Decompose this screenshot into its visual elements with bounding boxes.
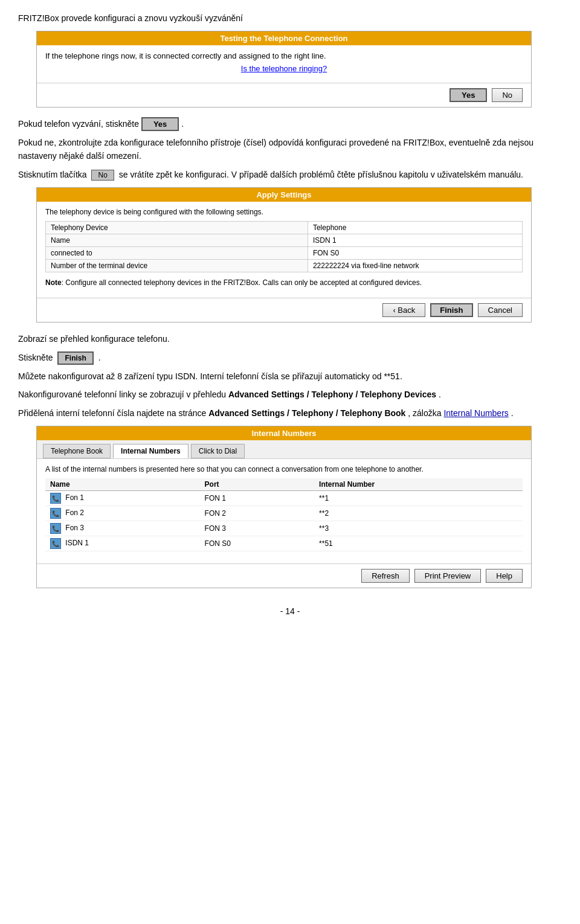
port-cell: FON 3 <box>200 521 315 536</box>
settings-label: Number of the terminal device <box>46 260 308 272</box>
phone-icon: 📞 <box>50 508 61 519</box>
table-column-header: Internal Number <box>314 478 523 491</box>
back-button[interactable]: ‹ Back <box>382 303 425 317</box>
internal-numbers-table: NamePortInternal Number 📞 Fon 1 FON 1 **… <box>45 478 523 551</box>
internal-number-cell: **3 <box>314 521 523 536</box>
table-row: 📞 ISDN 1 FON S0 **51 <box>45 536 523 551</box>
port-cell: FON 2 <box>200 506 315 521</box>
device-name-cell: 📞 Fon 1 <box>45 491 200 506</box>
table-column-header: Port <box>200 478 315 491</box>
port-cell: FON S0 <box>200 536 315 551</box>
internal-numbers-header: Internal Numbers <box>37 426 531 440</box>
tab-bar: Telephone BookInternal NumbersClick to D… <box>37 440 531 459</box>
device-name-cell: 📞 Fon 2 <box>45 506 200 521</box>
settings-label: Name <box>46 234 308 247</box>
apply-settings-box: Apply Settings The telephony device is b… <box>36 187 532 322</box>
phone-icon: 📞 <box>50 538 61 549</box>
settings-value: Telephone <box>308 222 522 234</box>
yes-button[interactable]: Yes <box>450 88 487 102</box>
internal-numbers-footer: Refresh Print Preview Help <box>37 563 531 588</box>
advanced-settings-link[interactable]: Advanced Settings / Telephony / Telephon… <box>228 390 436 399</box>
table-row: 📞 Fon 2 FON 2 **2 <box>45 506 523 521</box>
intro-line1: FRITZ!Box provede konfiguraci a znovu vy… <box>18 12 562 25</box>
testing-box-footer: Yes No <box>37 83 531 107</box>
internal-numbers-box: Internal Numbers Telephone BookInternal … <box>36 426 532 588</box>
apply-note: Note: Configure all connected telephony … <box>45 278 523 287</box>
cancel-button[interactable]: Cancel <box>478 303 523 317</box>
tab-item[interactable]: Telephone Book <box>43 444 111 458</box>
finish-button[interactable]: Finish <box>430 303 472 317</box>
table-row: 📞 Fon 1 FON 1 **1 <box>45 491 523 506</box>
port-cell: FON 1 <box>200 491 315 506</box>
settings-value: FON S0 <box>308 247 522 260</box>
testing-box-question[interactable]: Is the telephone ringing? <box>45 64 523 73</box>
apply-settings-footer: ‹ Back Finish Cancel <box>37 298 531 322</box>
para-checkconfig: Pokud ne, zkontrolujte zda konfigurace t… <box>18 136 562 163</box>
print-preview-button[interactable]: Print Preview <box>414 569 482 583</box>
device-name: Fon 2 <box>65 509 84 517</box>
phone-icon: 📞 <box>50 523 61 534</box>
para-advanced-settings: Nakonfigurované telefonní linky se zobra… <box>18 388 562 401</box>
device-name: ISDN 1 <box>65 539 89 547</box>
para-telephony-book: Přidělená interní telefonní čísla najdet… <box>18 406 562 420</box>
internal-number-cell: **51 <box>314 536 523 551</box>
no-button[interactable]: No <box>492 88 523 102</box>
settings-value: ISDN 1 <box>308 234 522 247</box>
settings-label: Telephony Device <box>46 222 308 234</box>
finish-inline-button[interactable]: Finish <box>57 351 93 365</box>
para-isdn-info: Můžete nakonfigurovat až 8 zařízení typu… <box>18 370 562 383</box>
yes-inline-button[interactable]: Yes <box>141 117 179 131</box>
para-yes-instruction: Pokud telefon vyzvání, stiskněte Yes . <box>18 117 562 131</box>
testing-box-header: Testing the Telephone Connection <box>37 31 531 45</box>
para-overview: Zobrazí se přehled konfigurace telefonu. <box>18 332 562 345</box>
internal-number-cell: **1 <box>314 491 523 506</box>
settings-value: 222222224 via fixed-line network <box>308 260 522 272</box>
settings-row: connected toFON S0 <box>46 247 523 260</box>
telephony-book-link[interactable]: Advanced Settings / Telephony / Telephon… <box>208 408 405 418</box>
page-number: - 14 - <box>18 606 562 616</box>
testing-box-body: If the telephone rings now, it is connec… <box>37 45 531 83</box>
device-name-cell: 📞 Fon 3 <box>45 521 200 536</box>
testing-box-text: If the telephone rings now, it is connec… <box>45 51 523 60</box>
para-finish-instruction: Stiskněte Finish . <box>18 351 562 365</box>
settings-row: Number of the terminal device222222224 v… <box>46 260 523 272</box>
phone-icon: 📞 <box>50 493 61 504</box>
apply-settings-desc: The telephony device is being configured… <box>45 208 523 216</box>
device-name: Fon 1 <box>65 493 84 502</box>
help-button[interactable]: Help <box>486 569 523 583</box>
settings-table: Telephony DeviceTelephoneNameISDN 1conne… <box>45 221 523 272</box>
internal-numbers-body: A list of the internal numbers is presen… <box>37 459 531 563</box>
apply-settings-header: Apply Settings <box>37 188 531 202</box>
testing-telephone-box: Testing the Telephone Connection If the … <box>36 31 532 107</box>
refresh-button[interactable]: Refresh <box>361 569 410 583</box>
tab-item[interactable]: Internal Numbers <box>113 444 188 458</box>
internal-numbers-link[interactable]: Internal Numbers <box>443 408 508 418</box>
apply-settings-body: The telephony device is being configured… <box>37 202 531 298</box>
table-row: 📞 Fon 3 FON 3 **3 <box>45 521 523 536</box>
device-name-cell: 📞 ISDN 1 <box>45 536 200 551</box>
no-inline-button[interactable]: No <box>91 170 114 181</box>
main-content: FRITZ!Box provede konfiguraci a znovu vy… <box>18 12 562 616</box>
settings-row: Telephony DeviceTelephone <box>46 222 523 234</box>
table-column-header: Name <box>45 478 200 491</box>
device-name: Fon 3 <box>65 524 84 532</box>
tab-item[interactable]: Click to Dial <box>191 444 245 458</box>
settings-row: NameISDN 1 <box>46 234 523 247</box>
settings-label: connected to <box>46 247 308 260</box>
internal-number-cell: **2 <box>314 506 523 521</box>
para-no-instruction: Stisknutím tlačítka No se vrátíte zpět k… <box>18 168 562 181</box>
internal-numbers-desc: A list of the internal numbers is presen… <box>45 465 523 473</box>
